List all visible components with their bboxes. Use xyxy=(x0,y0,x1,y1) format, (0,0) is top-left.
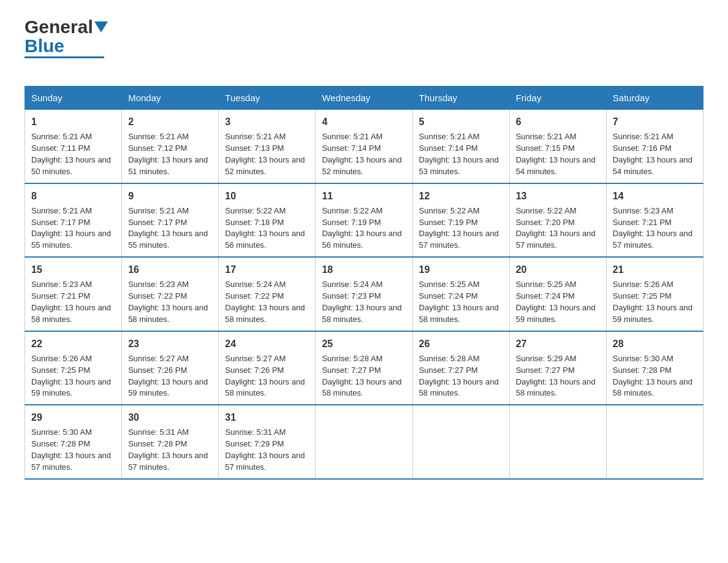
daylight-label: Daylight: 13 hours and 58 minutes. xyxy=(225,303,305,324)
day-cell-22: 22Sunrise: 5:26 AMSunset: 7:25 PMDayligh… xyxy=(25,331,122,405)
day-number: 1 xyxy=(31,115,115,129)
day-number: 19 xyxy=(419,262,503,277)
sunrise-label: Sunrise: 5:21 AM xyxy=(31,206,92,215)
daylight-label: Daylight: 13 hours and 59 minutes. xyxy=(31,377,111,398)
day-number: 20 xyxy=(516,262,600,277)
day-cell-25: 25Sunrise: 5:28 AMSunset: 7:27 PMDayligh… xyxy=(316,331,412,405)
sunset-label: Sunset: 7:19 PM xyxy=(419,218,478,227)
header-cell-wednesday: Wednesday xyxy=(316,86,412,110)
day-cell-9: 9Sunrise: 5:21 AMSunset: 7:17 PMDaylight… xyxy=(122,183,219,258)
day-cell-30: 30Sunrise: 5:31 AMSunset: 7:28 PMDayligh… xyxy=(122,405,219,479)
week-row-5: 29Sunrise: 5:30 AMSunset: 7:28 PMDayligh… xyxy=(25,405,703,479)
daylight-label: Daylight: 13 hours and 51 minutes. xyxy=(128,155,208,176)
day-number: 27 xyxy=(516,337,600,351)
daylight-label: Daylight: 13 hours and 54 minutes. xyxy=(613,155,692,176)
sunset-label: Sunset: 7:17 PM xyxy=(31,218,90,227)
header-cell-thursday: Thursday xyxy=(412,86,509,110)
day-cell-6: 6Sunrise: 5:21 AMSunset: 7:15 PMDaylight… xyxy=(509,110,606,183)
day-cell-26: 26Sunrise: 5:28 AMSunset: 7:27 PMDayligh… xyxy=(412,331,509,405)
day-number: 10 xyxy=(225,189,309,203)
day-cell-20: 20Sunrise: 5:25 AMSunset: 7:24 PMDayligh… xyxy=(509,257,606,331)
daylight-label: Daylight: 13 hours and 57 minutes. xyxy=(225,451,305,472)
sunrise-label: Sunrise: 5:26 AM xyxy=(31,354,92,363)
sunset-label: Sunset: 7:28 PM xyxy=(613,366,672,375)
day-cell-11: 11Sunrise: 5:22 AMSunset: 7:19 PMDayligh… xyxy=(316,183,412,258)
day-number: 13 xyxy=(516,189,600,203)
sunrise-label: Sunrise: 5:22 AM xyxy=(419,206,480,215)
sunrise-label: Sunrise: 5:23 AM xyxy=(613,206,673,215)
sunrise-label: Sunrise: 5:23 AM xyxy=(31,280,92,289)
day-cell-3: 3Sunrise: 5:21 AMSunset: 7:13 PMDaylight… xyxy=(219,110,316,183)
sunset-label: Sunset: 7:27 PM xyxy=(516,366,575,375)
header-cell-sunday: Sunday xyxy=(25,86,122,110)
sunset-label: Sunset: 7:22 PM xyxy=(225,291,284,301)
day-cell-35 xyxy=(606,405,703,479)
calendar-container: SundayMondayTuesdayWednesdayThursdayFrid… xyxy=(25,86,703,480)
day-number: 11 xyxy=(322,189,406,203)
day-cell-15: 15Sunrise: 5:23 AMSunset: 7:21 PMDayligh… xyxy=(25,257,122,331)
day-number: 18 xyxy=(322,262,406,277)
day-cell-2: 2Sunrise: 5:21 AMSunset: 7:12 PMDaylight… xyxy=(122,110,219,183)
logo-blue: Blue xyxy=(25,37,108,55)
svg-marker-0 xyxy=(94,21,108,33)
logo-underline xyxy=(25,56,104,58)
day-number: 2 xyxy=(128,115,212,129)
sunset-label: Sunset: 7:23 PM xyxy=(322,291,381,301)
daylight-label: Daylight: 13 hours and 58 minutes. xyxy=(128,303,208,324)
sunset-label: Sunset: 7:26 PM xyxy=(225,366,284,375)
day-number: 12 xyxy=(419,189,503,203)
sunset-label: Sunset: 7:25 PM xyxy=(613,291,672,301)
header-cell-friday: Friday xyxy=(509,86,606,110)
day-number: 9 xyxy=(128,189,212,203)
sunset-label: Sunset: 7:28 PM xyxy=(128,439,187,448)
sunrise-label: Sunrise: 5:30 AM xyxy=(31,427,92,437)
logo-arrow-icon xyxy=(94,17,108,36)
day-number: 23 xyxy=(128,337,212,351)
day-cell-18: 18Sunrise: 5:24 AMSunset: 7:23 PMDayligh… xyxy=(316,257,412,331)
sunrise-label: Sunrise: 5:21 AM xyxy=(225,132,286,141)
day-number: 15 xyxy=(31,262,115,277)
header-cell-saturday: Saturday xyxy=(606,86,703,110)
day-cell-10: 10Sunrise: 5:22 AMSunset: 7:18 PMDayligh… xyxy=(219,183,316,258)
daylight-label: Daylight: 13 hours and 58 minutes. xyxy=(419,377,499,398)
sunrise-label: Sunrise: 5:22 AM xyxy=(516,206,577,215)
daylight-label: Daylight: 13 hours and 54 minutes. xyxy=(516,155,596,176)
daylight-label: Daylight: 13 hours and 50 minutes. xyxy=(31,155,111,176)
day-number: 14 xyxy=(613,189,697,203)
sunrise-label: Sunrise: 5:24 AM xyxy=(322,280,382,289)
day-cell-27: 27Sunrise: 5:29 AMSunset: 7:27 PMDayligh… xyxy=(509,331,606,405)
sunrise-label: Sunrise: 5:21 AM xyxy=(128,132,189,141)
day-number: 6 xyxy=(516,115,600,129)
daylight-label: Daylight: 13 hours and 58 minutes. xyxy=(613,377,692,398)
day-number: 16 xyxy=(128,262,212,277)
sunrise-label: Sunrise: 5:21 AM xyxy=(419,132,480,141)
sunset-label: Sunset: 7:25 PM xyxy=(31,366,90,375)
day-cell-21: 21Sunrise: 5:26 AMSunset: 7:25 PMDayligh… xyxy=(606,257,703,331)
day-cell-34 xyxy=(509,405,606,479)
sunset-label: Sunset: 7:13 PM xyxy=(225,144,284,153)
sunrise-label: Sunrise: 5:22 AM xyxy=(225,206,286,215)
day-cell-8: 8Sunrise: 5:21 AMSunset: 7:17 PMDaylight… xyxy=(25,183,122,258)
day-number: 31 xyxy=(225,410,309,424)
daylight-label: Daylight: 13 hours and 56 minutes. xyxy=(322,229,401,250)
sunset-label: Sunset: 7:21 PM xyxy=(31,291,90,301)
day-cell-19: 19Sunrise: 5:25 AMSunset: 7:24 PMDayligh… xyxy=(412,257,509,331)
day-cell-13: 13Sunrise: 5:22 AMSunset: 7:20 PMDayligh… xyxy=(509,183,606,258)
day-cell-23: 23Sunrise: 5:27 AMSunset: 7:26 PMDayligh… xyxy=(122,331,219,405)
sunset-label: Sunset: 7:14 PM xyxy=(419,144,478,153)
day-cell-4: 4Sunrise: 5:21 AMSunset: 7:14 PMDaylight… xyxy=(316,110,412,183)
day-cell-32 xyxy=(316,405,412,479)
sunset-label: Sunset: 7:14 PM xyxy=(322,144,381,153)
day-number: 28 xyxy=(613,337,697,351)
sunset-label: Sunset: 7:26 PM xyxy=(128,366,187,375)
daylight-label: Daylight: 13 hours and 56 minutes. xyxy=(225,229,305,250)
sunrise-label: Sunrise: 5:22 AM xyxy=(322,206,382,215)
daylight-label: Daylight: 13 hours and 52 minutes. xyxy=(322,155,401,176)
sunrise-label: Sunrise: 5:25 AM xyxy=(516,280,577,289)
day-number: 29 xyxy=(31,410,115,424)
sunrise-label: Sunrise: 5:23 AM xyxy=(128,280,189,289)
week-row-1: 1Sunrise: 5:21 AMSunset: 7:11 PMDaylight… xyxy=(25,110,703,183)
day-cell-5: 5Sunrise: 5:21 AMSunset: 7:14 PMDaylight… xyxy=(412,110,509,183)
sunset-label: Sunset: 7:20 PM xyxy=(516,218,575,227)
sunset-label: Sunset: 7:18 PM xyxy=(225,218,284,227)
